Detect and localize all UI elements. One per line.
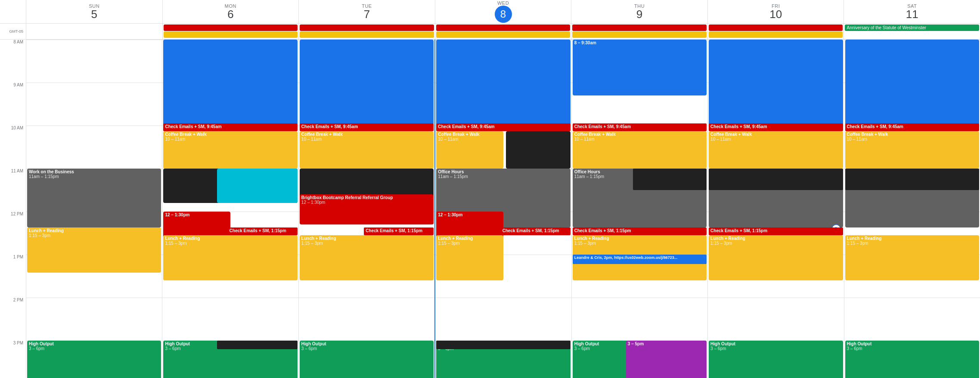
days-grid: Work on the Business 11am – 1:15pm Lunch… [26,40,980,378]
time-1pm: 1 PM [13,255,23,259]
day-col-fri: Check Emails + SM, 9:45am Coffee Break +… [707,40,844,378]
event-wed-black-right[interactable] [506,131,570,169]
event-tue-highoutput[interactable]: High Output 3 – 6pm [300,341,434,378]
event-mon-check-emails[interactable]: Check Emails + SM, 9:45am [163,123,297,131]
day-col-sat: Check Emails + SM, 9:45am Coffee Break +… [844,40,980,378]
event-sat-coffee[interactable]: Coffee Break + Walk 10 – 11am [845,131,979,169]
day-header-mon: MON 6 [162,0,299,23]
event-sat-check-emails[interactable]: Check Emails + SM, 9:45am [845,123,979,131]
event-thu-check-emails2[interactable]: Check Emails + SM, 1:15pm [573,227,707,235]
event-mon-blue-block[interactable] [163,40,297,126]
event-fri-check-emails2[interactable]: Check Emails + SM, 1:15pm [709,227,843,235]
event-wed-lunch[interactable]: Lunch + Reading 1:15 – 3pm [436,235,503,280]
allday-event-tue-1[interactable] [300,25,434,31]
allday-event-wed-2[interactable] [436,31,571,38]
day-number-tue: 7 [364,9,370,20]
event-mon-cyan[interactable] [217,169,298,203]
event-wed-check-emails2[interactable]: Check Emails + SM, 1:15pm [501,227,571,235]
event-thu-blue[interactable]: 8 – 9:30am [573,40,707,95]
allday-tue [298,24,435,39]
event-sat-black1[interactable] [845,169,979,190]
event-thu-check-emails[interactable]: Check Emails + SM, 9:45am [573,123,707,131]
event-thu-coffee[interactable]: Coffee Break + Walk 10 – 11am [573,131,707,169]
header-row: SUN 5 MON 6 TUE 7 WED 8 THU 9 FRI 10 SAT… [0,0,980,24]
allday-gutter: GMT-05 [0,24,26,39]
allday-mon [162,24,299,39]
allday-event-mon-1[interactable] [164,25,298,31]
day-header-tue: TUE 7 [298,0,435,23]
allday-sun [26,24,162,39]
event-sat-highoutput[interactable]: High Output 3 – 6pm [845,341,979,378]
event-thu-leandre[interactable]: Leandre & Cris, 2pm, https://us02web.zoo… [573,255,707,264]
day-number-mon: 6 [227,9,233,20]
day-col-mon: Check Emails + SM, 9:45am Coffee Break +… [162,40,298,378]
event-fri-coffee[interactable]: Coffee Break + Walk 10 – 11am [709,131,843,169]
event-fri-black1[interactable] [709,169,843,190]
day-name-wed: WED [497,0,509,6]
event-tue-blue[interactable] [300,40,434,126]
event-mon-lunch[interactable]: Lunch + Reading 1:15 – 3pm [163,235,297,280]
day-number-sun: 5 [91,9,97,20]
day-col-wed: Check Emails + SM, 9:45am Coffee Break +… [434,40,571,378]
event-fri-blue[interactable] [709,40,843,126]
event-mon-check-emails2[interactable]: Check Emails + SM, 1:15pm [228,227,298,235]
day-number-wed: 8 [495,6,512,23]
day-header-wed: WED 8 [435,0,571,23]
allday-row: GMT-05 Anniversary [0,24,980,40]
allday-sat: Anniversary of the Statute of Westminste… [844,24,980,39]
day-header-sun: SUN 5 [26,0,162,23]
day-number-sat: 11 [906,9,918,20]
day-header-thu: THU 9 [571,0,707,23]
allday-event-anniversary[interactable]: Anniversary of the Statute of Westminste… [845,25,979,31]
allday-event-mon-2[interactable] [164,31,298,38]
event-tue-check-emails2[interactable]: Check Emails + SM, 1:15pm [364,227,434,235]
time-2pm: 2 PM [13,298,23,302]
allday-event-fri-2[interactable] [709,31,843,38]
allday-fri [707,24,844,39]
allday-wed [435,24,571,39]
event-sun-highoutput[interactable]: High Output 3 – 6pm [27,341,161,378]
time-10am: 10 AM [11,126,23,130]
event-sat-lunch[interactable]: Lunch + Reading 1:15 – 3pm [845,235,979,280]
event-fri-highoutput[interactable]: High Output 3 – 6pm [709,341,843,378]
time-labels: 8 AM 9 AM 10 AM 11 AM 12 PM 1 PM 2 PM 3 … [0,40,26,378]
event-wed-check-emails[interactable]: Check Emails + SM, 9:45am [436,123,570,131]
time-8am: 8 AM [13,40,23,44]
time-3pm: 3 PM [13,341,23,345]
event-fri-check-emails[interactable]: Check Emails + SM, 9:45am [709,123,843,131]
event-fri-lunch[interactable]: Lunch + Reading 1:15 – 3pm [709,235,843,280]
event-wed-blue[interactable] [436,40,570,126]
time-12pm: 12 PM [11,212,23,216]
day-header-sat: SAT 11 [844,0,980,23]
allday-thu [571,24,707,39]
event-sun-work-business[interactable]: Work on the Business 11am – 1:15pm [27,169,161,227]
event-thu-black1[interactable] [633,169,707,190]
event-wed-coffee[interactable]: Coffee Break + Walk 10 – 11am [436,131,503,169]
event-tue-coffee[interactable]: Coffee Break + Walk 10 – 11am [300,131,434,169]
event-mon-coffee[interactable]: Coffee Break + Walk 10 – 11am [163,131,297,169]
allday-event-fri-1[interactable] [709,25,843,31]
event-tue-group[interactable]: Brightbox Bootcamp Referral Referral Gro… [300,194,434,224]
event-tue-check-emails[interactable]: Check Emails + SM, 9:45am [300,123,434,131]
time-11am: 11 AM [11,169,23,173]
day-col-tue: Check Emails + SM, 9:45am Coffee Break +… [298,40,434,378]
allday-event-thu-1[interactable] [572,25,707,31]
event-sun-lunch[interactable]: Lunch + Reading 1:15 – 3pm [27,227,161,273]
event-sat-blue[interactable] [845,40,979,126]
day-number-thu: 9 [636,9,642,20]
calendar: SUN 5 MON 6 TUE 7 WED 8 THU 9 FRI 10 SAT… [0,0,980,378]
day-header-fri: FRI 10 [707,0,844,23]
event-thu-purple[interactable]: 3 – 5pm [626,341,707,378]
allday-event-thu-2[interactable] [572,31,707,38]
day-col-sun: Work on the Business 11am – 1:15pm Lunch… [26,40,162,378]
day-col-thu: 8 – 9:30am Check Emails + SM, 9:45am Cof… [571,40,707,378]
event-mon-black2[interactable] [217,341,298,349]
day-number-fri: 10 [769,9,782,20]
allday-event-wed-1[interactable] [436,25,571,31]
time-9am: 9 AM [13,83,23,87]
event-wed-black-3pm[interactable] [436,341,570,349]
time-gutter-header [0,0,26,23]
allday-event-tue-2[interactable] [300,31,434,38]
event-tue-lunch[interactable]: Lunch + Reading 1:15 – 3pm [300,235,434,280]
